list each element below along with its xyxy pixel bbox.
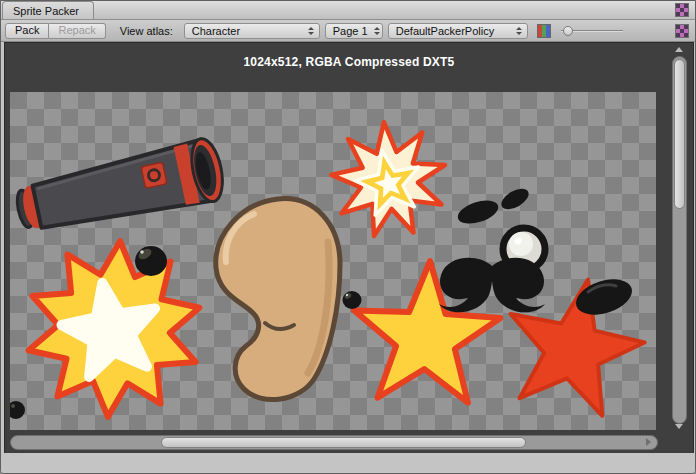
texture-checker-icon[interactable] [675,3,689,17]
bottom-strip [1,453,695,473]
mip-slider[interactable] [561,23,623,39]
scroll-right-icon[interactable] [646,438,651,446]
tab-label: Sprite Packer [13,5,79,17]
horizontal-scrollbar-thumb[interactable] [161,437,526,448]
horizontal-scrollbar[interactable] [10,435,658,450]
atlas-dropdown-value: Character [192,25,240,37]
atlas-sprites [10,92,656,430]
sprite-starburst-small[interactable] [331,122,445,236]
dropdown-arrows-icon [516,27,522,35]
vertical-scrollbar-thumb[interactable] [674,59,685,209]
sprite-starburst-large[interactable] [29,241,200,417]
pack-button[interactable]: Pack [5,23,49,39]
policy-dropdown[interactable]: DefaultPackerPolicy [388,23,528,39]
tab-bar: Sprite Packer [1,1,695,20]
vertical-scrollbar[interactable] [672,56,687,424]
sprite-olive-large[interactable] [135,246,167,276]
sprite-mustache[interactable] [439,258,545,313]
mip-slider-thumb[interactable] [563,26,573,36]
sprite-bean-character[interactable] [216,199,340,400]
rgb-alpha-icon[interactable] [537,24,551,38]
atlas-dropdown[interactable]: Character [184,23,320,39]
scroll-down-icon[interactable] [675,424,683,429]
sprite-cannon[interactable] [12,136,228,242]
view-atlas-label: View atlas: [120,25,173,37]
tabbar-right-controls [675,3,695,19]
tab-sprite-packer[interactable]: Sprite Packer [2,1,94,19]
sprite-eyebrows[interactable] [455,185,532,228]
page-dropdown[interactable]: Page 1 [325,23,383,39]
sprite-olive-corner[interactable] [10,401,25,419]
scroll-up-icon[interactable] [675,47,683,52]
repack-button[interactable]: Repack [49,23,105,39]
dropdown-arrows-icon [374,27,380,35]
sprite-olive-small[interactable] [343,291,362,309]
dropdown-arrows-icon [308,27,314,35]
toolbar-right-controls [675,24,689,38]
toolbar: Pack Repack View atlas: Character Page 1… [1,20,695,42]
sprite-packer-window: Sprite Packer Pack Repack View atlas: Ch… [0,0,696,474]
atlas-info-header: 1024x512, RGBA Compressed DXT5 [5,55,693,69]
atlas-viewport: 1024x512, RGBA Compressed DXT5 [4,42,694,454]
atlas-preview[interactable] [10,92,656,430]
policy-dropdown-value: DefaultPackerPolicy [396,25,494,37]
texture-checker-icon[interactable] [675,24,689,38]
page-dropdown-value: Page 1 [333,25,368,37]
